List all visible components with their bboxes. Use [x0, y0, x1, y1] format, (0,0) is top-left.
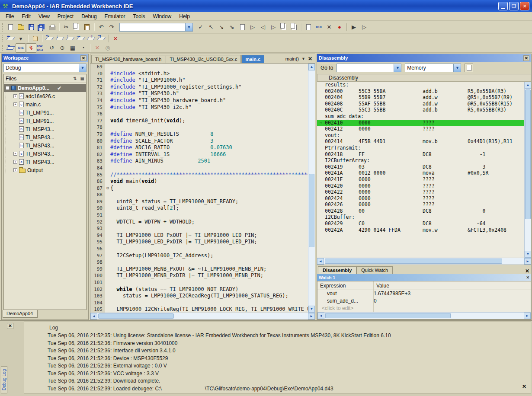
code-line-92[interactable]: 92 WDTCTL = WDTPW + WDTHOLD;	[90, 219, 308, 226]
menu-tools[interactable]: Tools	[129, 13, 149, 20]
operating-mode-button[interactable]: ⊙	[57, 43, 67, 53]
scroll-right-icon[interactable]: ►	[524, 313, 531, 319]
code-line-101[interactable]: 101	[90, 279, 308, 286]
chevron-down-icon[interactable]: ▼	[185, 23, 192, 31]
expand-toggle-icon[interactable]: +	[13, 102, 17, 106]
code-line-88[interactable]: 88	[90, 192, 308, 198]
code-line-99[interactable]: 99 TI_LMP91000_MENB_PxOUT &= ~TI_LMP9100…	[90, 266, 308, 273]
goto-bookmark-button[interactable]: ⇘	[227, 22, 237, 32]
memory-edit-icon[interactable]	[465, 64, 473, 72]
disasm-row-002418[interactable]: 002418FFDC8 -1	[317, 151, 524, 158]
stop-debugging-button[interactable]: ✕	[110, 34, 121, 43]
chevron-down-icon[interactable]: ▼	[394, 64, 401, 72]
code-line-83[interactable]: 83#define AIN_MINUS 2501	[90, 158, 308, 165]
step-over-button[interactable]: ↷	[44, 34, 54, 43]
autostep-button[interactable]: ↠	[5, 43, 16, 53]
tree-item-ti-msp43-[interactable]: +cTI_MSP43...	[4, 158, 86, 166]
menu-window[interactable]: Window	[149, 13, 176, 20]
code-line-100[interactable]: 100 TI_LMP91000_MENB_PxDIR |= TI_LMP9100…	[90, 272, 308, 279]
fold-toggle-icon[interactable]: ⊟	[105, 185, 110, 192]
code-area[interactable]: 6970#include <stdint.h>71#include "TI_LM…	[90, 64, 308, 313]
menu-file[interactable]: File	[2, 13, 18, 20]
code-line-105[interactable]: 105 LMP91000_I2CWriteReg(TI_LMP91000_LOC…	[90, 306, 308, 313]
tree-item-ti-msp43-[interactable]: hTI_MSP43...	[4, 125, 86, 133]
debug-log-vertical-tab[interactable]: Debug Log	[1, 366, 7, 393]
code-line-74[interactable]: 74#include "TI_MSP430_hardware_board.h"	[90, 97, 308, 104]
editor-tab-ti_msp430_i2c_uscib0_5xx.c[interactable]: TI_MSP430_i2c_USCIB0_5xx.c	[166, 55, 241, 63]
filter-icon[interactable]: ▦	[80, 76, 84, 81]
scroll-left-icon[interactable]: ◄	[317, 258, 324, 265]
force-interrupt-button[interactable]: ↯	[26, 43, 36, 53]
tree-item-main-c[interactable]: +cmain.c	[4, 100, 86, 109]
scroll-up-icon[interactable]: ▲	[525, 82, 531, 89]
break-button[interactable]	[30, 34, 40, 43]
disasm-row-002424[interactable]: 0024240000????	[317, 195, 524, 202]
code-line-73[interactable]: 73#include "TI_MSP430.h"	[90, 90, 308, 97]
browse-source-button[interactable]	[237, 22, 247, 32]
watch-row-sum-adc-d-[interactable]: sum_adc_d...0	[317, 297, 531, 305]
code-line-90[interactable]: 90 uint8_t read_val[2];	[90, 205, 308, 212]
chevron-down-icon[interactable]: ▼	[79, 64, 86, 72]
undo-button[interactable]: ↶	[96, 22, 106, 32]
watch-row-vout[interactable]: vout1.67447985E+3	[317, 290, 531, 297]
save-button[interactable]	[26, 22, 36, 32]
disasm-row-002412[interactable]: 0024120000????	[317, 126, 524, 132]
run-to-cursor-button[interactable]: ▷	[247, 22, 258, 32]
redo-button[interactable]: ↷	[106, 22, 117, 32]
code-line-82[interactable]: 82#define INTERVAL_1S 16666	[90, 151, 308, 158]
stopwatch-button[interactable]: ◔	[78, 43, 88, 53]
tree-item-ti-msp43-[interactable]: +cTI_MSP43...	[4, 150, 86, 158]
expand-toggle-icon[interactable]: +	[13, 94, 17, 98]
watch-column-value[interactable]: Value	[374, 281, 389, 290]
disasm-row-002422[interactable]: 0024220000????	[317, 189, 524, 195]
log-close-icon[interactable]: ✕	[7, 323, 13, 329]
watch-column-expression[interactable]: Expression	[317, 281, 374, 290]
open-file-button[interactable]	[16, 22, 26, 32]
tab-quick-watch[interactable]: Quick Watch	[356, 266, 393, 274]
disasm-row-00241A[interactable]: 00241A0012 0000mova#0x0,SR	[317, 170, 524, 176]
code-line-85[interactable]: 85//************************************…	[90, 172, 308, 179]
scroll-right-icon[interactable]: ►	[524, 258, 531, 265]
next-statement-button[interactable]: ↝	[75, 34, 86, 43]
go-button[interactable]: ⇉	[96, 34, 106, 43]
expand-toggle-icon[interactable]: +	[13, 168, 17, 172]
disasm-row-00242A[interactable]: 00242A4290 0144 FFDAmov.w&FCTL3,0x2408	[317, 227, 524, 233]
stop-build-button[interactable]: ✕	[324, 22, 334, 32]
copy-button[interactable]	[71, 22, 82, 32]
tree-item-adc16s626-c[interactable]: +cadc16s626.c	[4, 92, 86, 100]
make-button[interactable]: 010	[314, 22, 324, 32]
disasm-row-00240C[interactable]: 00240C55C3 55BBadd.bR5,0x55BB(R3)	[317, 107, 524, 113]
code-line-93[interactable]: 93	[90, 225, 308, 232]
scroll-down-icon[interactable]: ▼	[525, 251, 531, 258]
code-line-91[interactable]: 91	[90, 212, 308, 219]
disasm-row-00241E[interactable]: 00241E0000????	[317, 176, 524, 183]
tree-item-ti-lmp91-[interactable]: hTI_LMP91...	[4, 117, 86, 125]
save-all-button[interactable]	[36, 22, 47, 32]
tree-item-output[interactable]: +Output	[4, 166, 86, 174]
watch-horizontal-scrollbar[interactable]: ◄ ►	[317, 312, 531, 319]
disassembly-horizontal-scrollbar[interactable]: ◄ ►	[317, 258, 531, 265]
tree-item-ti-msp43-[interactable]: hTI_MSP43...	[4, 133, 86, 141]
code-line-87[interactable]: 87⊟{	[90, 185, 308, 192]
configuration-select[interactable]: Debug ▼	[3, 64, 87, 72]
code-line-78[interactable]: 78	[90, 124, 308, 131]
code-line-102[interactable]: 102 while (status == TI_LMP91000_NOT_REA…	[90, 286, 308, 293]
menu-debug[interactable]: Debug	[77, 13, 100, 20]
disasm-row-002426[interactable]: 0024260000????	[317, 201, 524, 208]
disasm-row-002429[interactable]: 002429C0DC8 -64	[317, 220, 524, 227]
code-line-75[interactable]: 75#include "TI_MSP430_i2c.h"	[90, 104, 308, 111]
chevron-down-icon[interactable]: ▼	[301, 57, 305, 61]
find-combobox[interactable]: ▼	[119, 23, 193, 32]
log-bottom-close-icon[interactable]: ✕	[522, 383, 526, 390]
code-line-104[interactable]: 104	[90, 300, 308, 307]
disassembly-tabs-close-icon[interactable]: ✕	[525, 268, 529, 274]
code-line-80[interactable]: 80#define SCALE_FACTOR 3	[90, 138, 308, 145]
scroll-right-icon[interactable]: ►	[308, 313, 315, 319]
print-button[interactable]	[47, 22, 57, 32]
menu-edit[interactable]: Edit	[18, 13, 35, 20]
reset-dropdown[interactable]: ▾	[16, 34, 26, 43]
cut-button[interactable]: ✂	[61, 22, 71, 32]
minimize-button[interactable]: ▁	[498, 2, 508, 10]
menu-project[interactable]: Project	[54, 13, 77, 20]
hw-reset-button[interactable]: HW RST	[36, 43, 47, 53]
